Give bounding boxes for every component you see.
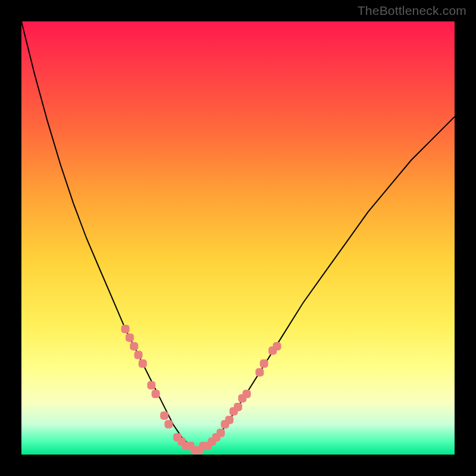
data-marker — [152, 390, 160, 398]
data-marker — [126, 333, 134, 342]
data-marker — [134, 351, 143, 359]
chart-svg — [21, 21, 455, 455]
data-marker — [273, 342, 281, 350]
chart-frame: TheBottleneck.com — [0, 0, 476, 476]
watermark-label: TheBottleneck.com — [358, 4, 466, 18]
data-marker — [165, 420, 173, 428]
data-marker — [139, 359, 147, 368]
plot-area — [21, 21, 455, 455]
data-marker — [130, 342, 138, 350]
data-marker — [160, 412, 168, 420]
data-marker — [225, 416, 233, 424]
data-marker — [217, 429, 225, 437]
data-marker — [147, 381, 155, 390]
data-marker — [234, 403, 242, 411]
data-marker — [260, 359, 268, 368]
marker-group — [121, 325, 281, 455]
curve-line — [21, 21, 455, 450]
data-marker — [243, 390, 251, 398]
curve-path — [21, 21, 455, 450]
data-marker — [121, 325, 130, 333]
data-marker — [255, 368, 264, 377]
